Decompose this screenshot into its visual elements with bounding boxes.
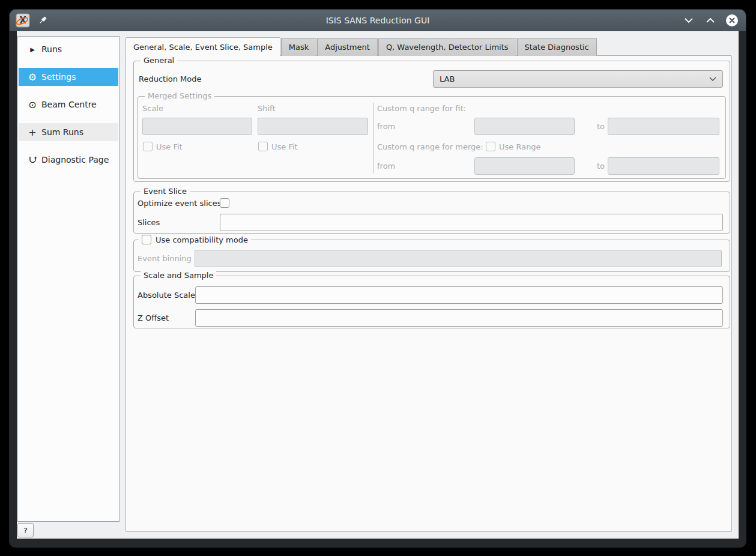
optimize-event-slices-label: Optimize event slices [138,199,222,208]
sidebar-item-beam-centre[interactable]: ⊙ Beam Centre [19,95,118,113]
merged-scale-use-fit-label: Use Fit [156,142,183,151]
sidebar-item-label: Runs [41,44,62,54]
sidebar-item-label: Diagnostic Page [41,155,109,165]
sidebar-item-settings[interactable]: ⚙ Settings [19,68,118,86]
merged-settings-group: Merged Settings Scale Use Fit Shift Use … [138,96,726,179]
sidebar-item-sum-runs[interactable]: + Sum Runs [19,123,118,141]
optimize-event-slices-checkbox[interactable] [220,198,229,208]
app-icon: X [16,13,30,28]
q-fit-to-input [608,118,719,135]
tab-adjustment[interactable]: Adjustment [317,38,378,56]
absolute-scale-label: Absolute Scale [138,291,195,300]
merged-shift-label: Shift [258,104,276,113]
merged-shift-input [258,118,368,135]
settings-tabbar: General, Scale, Event Slice, Sample Mask… [125,37,597,56]
merged-shift-use-fit-checkbox [258,142,268,151]
merged-separator [373,103,373,174]
general-group-title: General [141,56,177,65]
merged-scale-label: Scale [142,104,163,113]
compatibility-group: Use compatibility mode Event binning [133,240,730,272]
sidebar-item-label: Settings [41,72,76,82]
sidebar-item-diagnostic-page[interactable]: Diagnostic Page [19,151,118,169]
sidebar-item-runs[interactable]: ▶ Runs [19,40,118,58]
use-range-label: Use Range [499,142,541,151]
slices-label: Slices [138,218,160,227]
sidebar-item-label: Beam Centre [41,100,97,109]
tab-mask[interactable]: Mask [281,38,316,56]
tab-general-scale-event-slice-sample[interactable]: General, Scale, Event Slice, Sample [125,37,280,56]
q-merge-from-label: from [377,162,395,171]
slices-input[interactable] [220,214,723,231]
absolute-scale-input[interactable] [195,286,723,304]
z-offset-input[interactable] [195,309,723,327]
scale-and-sample-group: Scale and Sample Absolute Scale Z Offset [133,276,730,328]
q-merge-to-input [608,157,719,175]
diagnostic-icon [26,156,39,165]
settings-panel: General Reduction Mode LAB Merged Settin… [125,55,732,532]
titlebar: X ISIS SANS Reduction GUI [10,10,746,31]
merged-shift-use-fit-label: Use Fit [271,142,298,151]
tab-state-diagnostic[interactable]: State Diagnostic [517,38,597,56]
tab-q-wavelength-detector-limits[interactable]: Q, Wavelength, Detector Limits [378,38,516,56]
gear-icon: ⚙ [26,71,39,83]
general-group: General Reduction Mode LAB Merged Settin… [133,61,730,182]
q-fit-to-label: to [597,122,605,131]
q-merge-from-input [474,157,575,175]
q-range-merge-label: Custom q range for merge: [377,142,483,151]
maximize-chevron-up-icon[interactable] [704,14,717,27]
close-icon[interactable] [725,14,739,27]
q-fit-from-label: from [377,122,395,131]
z-offset-label: Z Offset [138,313,169,322]
window-content: ▶ Runs ⚙ Settings ⊙ Beam Centre + Sum Ru… [17,31,739,539]
help-button[interactable]: ? [17,523,34,537]
merged-settings-group-title: Merged Settings [145,91,214,100]
chevron-down-icon [709,74,716,83]
merged-scale-input [142,118,252,135]
q-range-fit-label: Custom q range for fit: [377,104,466,113]
q-fit-from-input [474,118,575,135]
reduction-mode-label: Reduction Mode [139,74,202,83]
event-slice-group: Event Slice Optimize event slices Slices [133,192,730,234]
sidebar-item-label: Sum Runs [41,127,83,137]
merged-scale-use-fit-checkbox [143,142,153,151]
pin-icon[interactable] [36,14,49,27]
event-binning-label: Event binning [138,254,192,263]
window-title: ISIS SANS Reduction GUI [10,16,746,25]
compatibility-group-title: Use compatibility mode [156,235,248,244]
plus-icon: + [26,127,39,138]
beam-centre-icon: ⊙ [26,99,39,110]
use-range-checkbox [486,142,495,151]
event-slice-group-title: Event Slice [141,187,190,196]
reduction-mode-combobox[interactable]: LAB [433,70,723,88]
use-compatibility-mode-checkbox[interactable] [142,235,151,244]
scale-and-sample-group-title: Scale and Sample [141,271,216,280]
reduction-mode-value: LAB [440,74,455,83]
event-binning-input [195,250,722,267]
q-merge-to-label: to [597,162,605,171]
play-icon: ▶ [26,46,39,53]
shade-chevron-down-icon[interactable] [682,14,695,27]
page-list: ▶ Runs ⚙ Settings ⊙ Beam Centre + Sum Ru… [17,36,119,522]
app-window: X ISIS SANS Reduction GUI [9,9,746,548]
